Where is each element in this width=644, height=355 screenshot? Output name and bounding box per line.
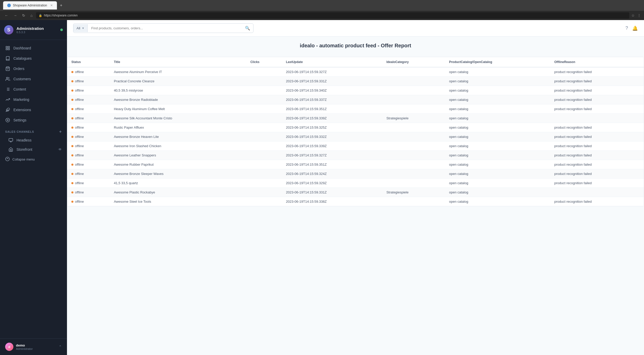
status-text-4: offline <box>75 107 84 111</box>
cell-clicks-8 <box>246 141 282 151</box>
reload-button[interactable]: ↻ <box>21 13 27 18</box>
add-sales-channel-button[interactable]: + <box>59 129 62 134</box>
content-label: Content <box>13 87 26 91</box>
cell-idealocategory-11 <box>382 169 445 179</box>
cell-title-1: Practical Concrete Cleanze <box>110 77 246 86</box>
search-bar[interactable]: All ▼ 🔍 <box>73 23 253 33</box>
orders-icon <box>5 66 10 71</box>
user-avatar: d <box>5 343 13 351</box>
col-idealocategory: IdealoCategory <box>382 57 445 67</box>
notifications-icon[interactable]: 🔔 <box>632 25 638 31</box>
orders-label: Orders <box>13 67 24 71</box>
cell-clicks-9 <box>246 151 282 160</box>
dashboard-label: Dashboard <box>13 46 31 50</box>
status-dot-0 <box>71 71 73 73</box>
cell-productcatalog-2: open catalog <box>445 86 550 95</box>
home-button[interactable]: ⌂ <box>29 13 34 18</box>
sidebar-item-customers[interactable]: Customers <box>0 74 67 84</box>
cell-clicks-7 <box>246 132 282 141</box>
customers-label: Customers <box>13 77 31 81</box>
cell-lastupdate-10: 2023-06-19T14:15:59.351Z <box>282 160 382 169</box>
cell-status-0: offline <box>67 67 110 77</box>
sidebar-item-extensions[interactable]: Extensions <box>0 105 67 115</box>
cell-idealocategory-7 <box>382 132 445 141</box>
cell-status-5: offline <box>67 114 110 123</box>
sidebar-item-marketing[interactable]: Marketing <box>0 94 67 105</box>
status-text-5: offline <box>75 116 84 120</box>
status-text-14: offline <box>75 200 84 203</box>
cell-title-6: Rustic Paper Affluex <box>110 123 246 132</box>
table-header-row: Status Title Clicks LastUpdate IdealoCat… <box>67 57 644 67</box>
sidebar-app-info: Administration 6.5.3.3 <box>16 26 44 34</box>
status-text-13: offline <box>75 190 84 194</box>
data-table-container: Status Title Clicks LastUpdate IdealoCat… <box>67 57 644 206</box>
table-row: offline 40,5 39,5 mistyrose 2023-06-19T1… <box>67 86 644 95</box>
tab-close-button[interactable]: ✕ <box>50 4 53 7</box>
cell-productcatalog-4: open catalog <box>445 104 550 114</box>
topbar: All ▼ 🔍 ? 🔔 <box>67 20 644 37</box>
cell-productcatalog-6: open catalog <box>445 123 550 132</box>
browser-tab[interactable]: Shopware Administration ✕ <box>3 1 57 10</box>
cell-lastupdate-7: 2023-06-19T14:15:59.332Z <box>282 132 382 141</box>
sidebar-item-dashboard[interactable]: Dashboard <box>0 43 67 53</box>
bookmark-icon[interactable]: ☆ <box>631 13 635 17</box>
address-bar[interactable]: 🔒 https://shopware.com/en <box>36 12 629 19</box>
new-tab-button[interactable]: + <box>60 3 62 8</box>
cell-status-12: offline <box>67 179 110 188</box>
cell-offlinereason-10: product recognition failed <box>550 160 644 169</box>
cell-title-0: Awesome Aluminum Perceive IT <box>110 67 246 77</box>
app-logo: S <box>4 25 13 34</box>
search-input[interactable] <box>88 24 242 32</box>
cell-status-11: offline <box>67 169 110 179</box>
offer-report-table: Status Title Clicks LastUpdate IdealoCat… <box>67 57 644 206</box>
cell-offlinereason-0: product recognition failed <box>550 67 644 77</box>
cell-title-3: Awesome Bronze Radioblade <box>110 95 246 104</box>
more-icon[interactable]: ⋮ <box>637 13 641 17</box>
url-text: https://shopware.com/en <box>44 14 78 17</box>
cell-productcatalog-12: open catalog <box>445 179 550 188</box>
col-lastupdate: LastUpdate <box>282 57 382 67</box>
cell-status-2: offline <box>67 86 110 95</box>
sidebar-item-storefront[interactable]: Storefront 👁 <box>0 145 67 154</box>
sidebar-item-catalogues[interactable]: Catalogues <box>0 53 67 64</box>
sidebar-footer[interactable]: d demo Administrator ⌃ <box>0 338 67 355</box>
table-row: offline Awesome Aluminum Perceive IT 202… <box>67 67 644 77</box>
sales-channels-section: Sales Channels + <box>0 125 67 136</box>
col-status: Status <box>67 57 110 67</box>
status-dot-8 <box>71 145 73 147</box>
marketing-icon <box>5 97 10 102</box>
sidebar-item-settings[interactable]: Settings <box>0 115 67 125</box>
cell-clicks-6 <box>246 123 282 132</box>
catalogues-label: Catalogues <box>13 56 32 60</box>
cell-productcatalog-14: open catalog <box>445 197 550 206</box>
cell-clicks-10 <box>246 160 282 169</box>
back-button[interactable]: ← <box>3 13 10 18</box>
cell-status-6: offline <box>67 123 110 132</box>
cell-offlinereason-14: product recognition failed <box>550 197 644 206</box>
sidebar-item-content[interactable]: Content <box>0 84 67 94</box>
lock-icon: 🔒 <box>39 14 42 17</box>
cell-offlinereason-6: product recognition failed <box>550 123 644 132</box>
table-row: offline Practical Concrete Cleanze 2023-… <box>67 77 644 86</box>
cell-offlinereason-13 <box>550 188 644 197</box>
help-icon[interactable]: ? <box>625 25 628 31</box>
col-offlinereason: OfflineReason <box>550 57 644 67</box>
sidebar-item-headless[interactable]: Headless <box>0 136 67 145</box>
search-submit-button[interactable]: 🔍 <box>242 24 253 33</box>
app-version: 6.5.3.3 <box>16 31 44 34</box>
cell-title-14: Awesome Steel Ice Tools <box>110 197 246 206</box>
table-row: offline Heavy Duty Aluminum Coffee Melt … <box>67 104 644 114</box>
cell-title-12: 41,5 33,5 quartz <box>110 179 246 188</box>
app-name: Administration <box>16 26 44 31</box>
status-dot-11 <box>71 173 73 175</box>
status-text-1: offline <box>75 79 84 83</box>
collapse-menu-button[interactable]: Collapse menu <box>0 154 67 165</box>
sidebar-item-orders[interactable]: Orders <box>0 64 67 74</box>
search-prefix-button[interactable]: All ▼ <box>73 24 88 32</box>
cell-status-8: offline <box>67 141 110 151</box>
cell-status-10: offline <box>67 160 110 169</box>
cell-lastupdate-1: 2023-06-19T14:15:59.331Z <box>282 77 382 86</box>
cell-offlinereason-9: product recognition failed <box>550 151 644 160</box>
forward-button[interactable]: → <box>12 13 19 18</box>
cell-idealocategory-8 <box>382 141 445 151</box>
